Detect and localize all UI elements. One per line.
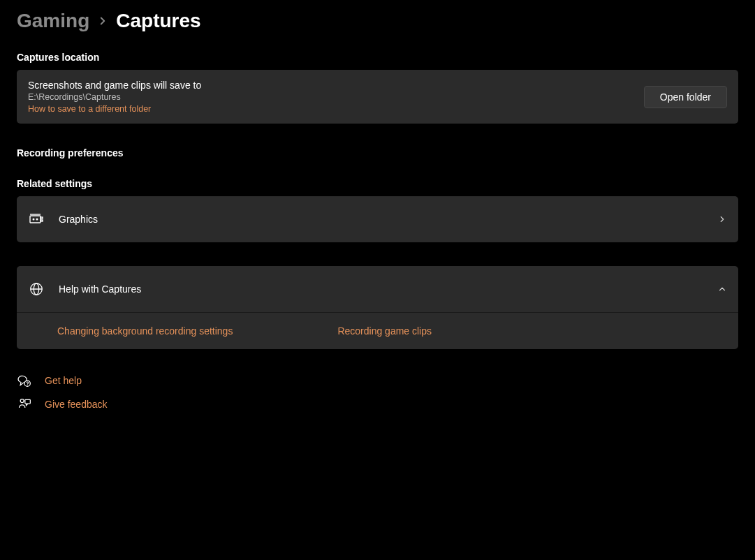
captures-location-help-link[interactable]: How to save to a different folder	[28, 104, 201, 114]
captures-location-card: Screenshots and game clips will save to …	[17, 70, 738, 124]
svg-point-4	[36, 219, 38, 221]
get-help-link[interactable]: Get help	[17, 373, 738, 388]
chevron-up-icon	[717, 284, 727, 294]
help-expander-header[interactable]: Help with Captures	[17, 266, 738, 312]
help-link-bg-recording[interactable]: Changing background recording settings	[57, 325, 233, 337]
captures-location-path: E:\Recordings\Captures	[28, 92, 201, 102]
recording-preferences-heading: Recording preferences	[17, 147, 738, 159]
open-folder-button[interactable]: Open folder	[644, 86, 727, 108]
give-feedback-label: Give feedback	[45, 399, 108, 410]
breadcrumb-parent[interactable]: Gaming	[17, 10, 89, 32]
svg-rect-12	[25, 399, 31, 404]
graphics-icon	[28, 211, 45, 228]
svg-point-3	[33, 219, 35, 221]
breadcrumb-current: Captures	[116, 10, 200, 32]
svg-rect-2	[41, 220, 43, 221]
help-expander: Help with Captures Changing background r…	[17, 266, 738, 349]
svg-rect-0	[30, 216, 41, 223]
captures-location-heading: Captures location	[17, 52, 738, 63]
feedback-icon	[17, 397, 32, 412]
graphics-label: Graphics	[59, 214, 98, 225]
breadcrumb: Gaming Captures	[17, 10, 738, 32]
svg-point-11	[20, 399, 24, 403]
get-help-label: Get help	[45, 375, 82, 386]
help-icon	[17, 373, 32, 388]
chevron-right-icon	[717, 214, 727, 224]
give-feedback-link[interactable]: Give feedback	[17, 397, 738, 412]
svg-point-10	[27, 385, 28, 385]
chevron-right-icon	[96, 15, 109, 27]
captures-location-title: Screenshots and game clips will save to	[28, 80, 201, 91]
help-link-game-clips[interactable]: Recording game clips	[337, 325, 432, 337]
globe-help-icon	[28, 281, 45, 297]
help-expander-label: Help with Captures	[59, 283, 141, 295]
graphics-row[interactable]: Graphics	[17, 196, 738, 242]
svg-rect-1	[41, 217, 43, 219]
related-settings-heading: Related settings	[17, 178, 738, 189]
help-expander-body: Changing background recording settings R…	[17, 312, 738, 349]
